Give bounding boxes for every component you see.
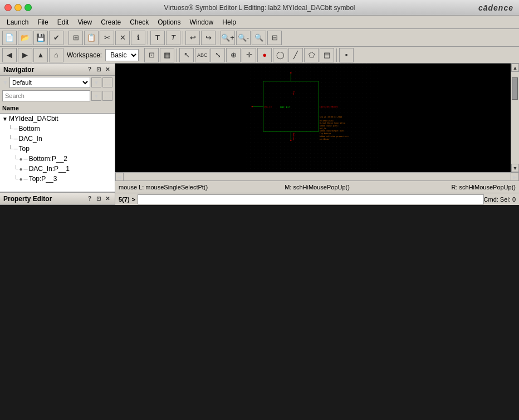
shape-button[interactable]: ⬠ bbox=[304, 48, 319, 62]
pin-button[interactable]: ⊕ bbox=[226, 48, 241, 62]
hscroll-right-button[interactable]: ▶ bbox=[511, 173, 519, 181]
menubar: Launch File Edit View Create Check Optio… bbox=[0, 16, 519, 29]
back-button[interactable]: ◀ bbox=[2, 48, 17, 62]
pe-detach-icon[interactable]: ⊡ bbox=[95, 195, 102, 203]
wire-button[interactable]: ⤡ bbox=[210, 48, 225, 62]
menu-file[interactable]: File bbox=[33, 17, 52, 27]
tree-dot-icon: ● bbox=[19, 156, 23, 162]
table-button[interactable]: ▤ bbox=[320, 48, 334, 62]
select-button[interactable]: ↖ bbox=[179, 48, 194, 62]
grid-button[interactable]: ⊟ bbox=[267, 31, 282, 45]
tb2-prop-button[interactable]: ▦ bbox=[160, 48, 174, 62]
abc-button[interactable]: ABC bbox=[195, 48, 209, 62]
forward-button[interactable]: ▶ bbox=[18, 48, 32, 62]
workspace-label: Workspace: bbox=[67, 51, 102, 59]
menu-create[interactable]: Create bbox=[96, 17, 125, 27]
redo-button[interactable]: ↪ bbox=[201, 31, 216, 45]
check-button[interactable]: ✔ bbox=[49, 31, 63, 45]
filter-select[interactable]: Default bbox=[9, 77, 90, 88]
property-editor-header: Property Editor ? ⊡ ✕ bbox=[0, 193, 115, 205]
textit-button[interactable]: T bbox=[166, 31, 180, 45]
cmd-input[interactable] bbox=[138, 194, 484, 204]
cadence-logo: cādence bbox=[478, 3, 513, 12]
menu-launch[interactable]: Launch bbox=[2, 17, 33, 27]
search-extra-button[interactable]: … bbox=[102, 91, 112, 101]
svg-text:DAC_In: DAC_In bbox=[265, 106, 272, 108]
filter-options-button[interactable]: ▼ bbox=[91, 77, 101, 87]
menu-options[interactable]: Options bbox=[153, 17, 185, 27]
property-editor-panel: Property Editor ? ⊡ ✕ bbox=[0, 192, 115, 205]
minimize-button[interactable] bbox=[14, 4, 22, 11]
tree-item-top[interactable]: └ ─ Top bbox=[0, 144, 115, 154]
svg-text:Bottom: Bottom bbox=[292, 133, 295, 140]
canvas-area[interactable]: Top Bottom DAC_In DAC Bit bbox=[115, 64, 511, 172]
svg-text:Deleted pins:: Deleted pins: bbox=[320, 120, 334, 122]
horizontal-scrollbar[interactable]: ◀ ▶ bbox=[115, 172, 519, 180]
navigator-header-icons: ? ⊡ ✕ bbox=[86, 66, 111, 74]
search-input[interactable] bbox=[2, 90, 90, 101]
home-button[interactable]: ⌂ bbox=[49, 48, 63, 62]
zoomfit-button[interactable]: 🔍 bbox=[252, 31, 266, 45]
menu-help[interactable]: Help bbox=[218, 17, 241, 27]
cut-button[interactable]: ✂ bbox=[100, 31, 114, 45]
tb2-nav-button[interactable]: ⊡ bbox=[144, 48, 159, 62]
property-editor-title: Property Editor bbox=[3, 195, 86, 203]
vscroll-down-button[interactable]: ▼ bbox=[511, 164, 519, 172]
new-button[interactable]: 📄 bbox=[2, 31, 17, 45]
undo-button[interactable]: ↩ bbox=[185, 31, 200, 45]
svg-rect-7 bbox=[290, 140, 291, 141]
line-button[interactable]: ╱ bbox=[288, 48, 303, 62]
pe-close-icon[interactable]: ✕ bbox=[104, 195, 111, 203]
tree-item-top-p3[interactable]: └ ● ─ Top:P__3 bbox=[0, 174, 115, 184]
info-button[interactable]: ℹ bbox=[131, 31, 145, 45]
tree-item-dacin[interactable]: └ ─ DAC_In bbox=[0, 134, 115, 144]
nav-tree[interactable]: ▼ MYIdeal_DACbit └ ─ Bottom └ ─ DAC_In └… bbox=[0, 114, 115, 192]
pe-help-icon[interactable]: ? bbox=[86, 195, 94, 203]
open-button[interactable]: 📂 bbox=[18, 31, 32, 45]
filter-extra-button[interactable]: … bbox=[102, 77, 112, 87]
fit-button[interactable]: ⊞ bbox=[68, 31, 83, 45]
search-dropdown-button[interactable]: ▼ bbox=[91, 91, 101, 101]
save-button[interactable]: 💾 bbox=[33, 31, 48, 45]
tree-connector-icon3: └ bbox=[8, 145, 13, 153]
tree-pin-icon: ─ bbox=[14, 126, 18, 132]
navigator-help-icon[interactable]: ? bbox=[86, 66, 94, 74]
status-mid: M: schHiMousePopUp() bbox=[251, 184, 384, 191]
tb2-extra[interactable]: ▪ bbox=[339, 48, 354, 62]
text-button[interactable]: T bbox=[150, 31, 165, 45]
menu-window[interactable]: Window bbox=[185, 17, 218, 27]
menu-edit[interactable]: Edit bbox=[53, 17, 74, 27]
menu-check[interactable]: Check bbox=[125, 17, 153, 27]
navigator-close-icon[interactable]: ✕ bbox=[104, 66, 111, 74]
menu-view[interactable]: View bbox=[73, 17, 96, 27]
tree-dot-icon2: ─ bbox=[24, 156, 28, 162]
tree-item-myideal[interactable]: ▼ MYIdeal_DACbit bbox=[0, 114, 115, 124]
maximize-button[interactable] bbox=[25, 4, 32, 11]
navigator-detach-icon[interactable]: ⊡ bbox=[95, 66, 102, 74]
tree-dot-icon3: ● bbox=[19, 166, 23, 172]
svg-text:Sep 21 19:08:41 2014: Sep 21 19:08:41 2014 bbox=[320, 116, 342, 119]
copy-button[interactable]: 📋 bbox=[84, 31, 99, 45]
zoomout-button[interactable]: 🔍- bbox=[236, 31, 251, 45]
up-button[interactable]: ▲ bbox=[33, 48, 48, 62]
vscroll-thumb[interactable] bbox=[512, 77, 518, 100]
tree-pin-icon3: ─ bbox=[14, 146, 18, 152]
vscroll-track[interactable] bbox=[511, 72, 519, 164]
filter-bar: ▼ Default ▼ … bbox=[0, 76, 115, 89]
tree-item-dacin-p1[interactable]: └ ● ─ DAC_In:P__1 bbox=[0, 164, 115, 174]
hscroll-track[interactable] bbox=[124, 173, 511, 180]
workspace-select[interactable]: Basic bbox=[105, 49, 139, 61]
close-button[interactable] bbox=[4, 4, 12, 11]
canvas-main: Top Bottom DAC_In DAC Bit bbox=[115, 64, 519, 172]
vertical-scrollbar[interactable]: ▲ ▼ bbox=[511, 64, 519, 172]
tree-item-bottom-p2[interactable]: └ ● ─ Bottom:P__2 bbox=[0, 154, 115, 164]
circle-button[interactable]: ● bbox=[257, 48, 272, 62]
canvas-wrapper: Top Bottom DAC_In DAC Bit bbox=[115, 64, 519, 205]
delete-button[interactable]: ✕ bbox=[115, 31, 130, 45]
zoomin-button[interactable]: 🔍+ bbox=[221, 31, 235, 45]
tree-item-bottom[interactable]: └ ─ Bottom bbox=[0, 124, 115, 134]
move-button[interactable]: ✛ bbox=[242, 48, 256, 62]
ellipse-button[interactable]: ◯ bbox=[273, 48, 287, 62]
vscroll-up-button[interactable]: ▲ bbox=[511, 64, 519, 72]
hscroll-left-button[interactable]: ◀ bbox=[115, 173, 124, 181]
